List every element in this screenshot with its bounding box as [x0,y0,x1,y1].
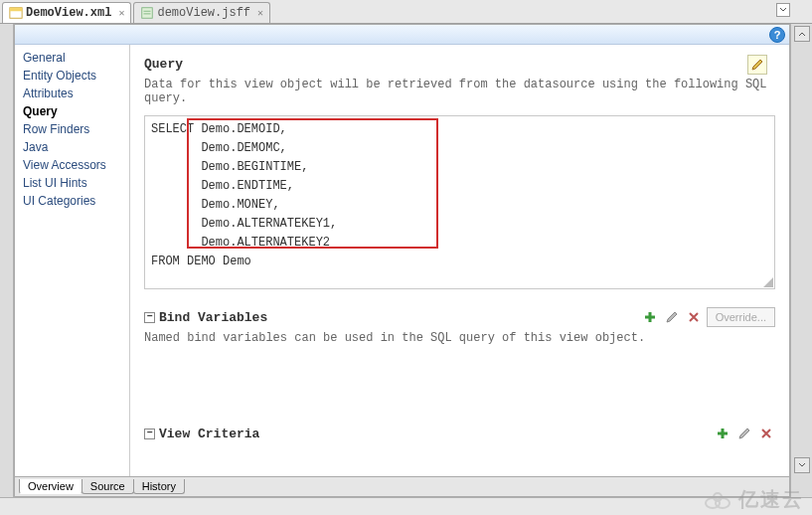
collapse-toggle[interactable]: − [144,429,155,439]
delete-x-icon [688,311,700,323]
svg-rect-1 [10,8,22,12]
close-icon[interactable]: ✕ [118,7,124,19]
bottom-tab-overview[interactable]: Overview [19,479,82,494]
sql-text: SELECT Demo.DEMOID, Demo.DEMOMC, Demo.BE… [151,122,337,268]
editor-bottom-tabs: Overview Source History [15,476,789,496]
scroll-up-button[interactable] [794,26,810,42]
sidebar-item-list-ui-hints[interactable]: List UI Hints [15,174,129,192]
close-icon[interactable]: ✕ [257,7,263,19]
delete-x-icon [760,428,772,439]
query-section-title: Query [144,57,775,72]
file-tab-demoview-xml[interactable]: DemoView.xml ✕ [2,2,131,23]
pencil-icon [737,427,751,440]
file-tab-demoview-jsff[interactable]: demoView.jsff ✕ [133,2,270,23]
query-panel: Query Data for this view object will be … [130,45,789,476]
svg-rect-2 [142,8,153,19]
delete-view-criteria-button[interactable] [757,425,775,442]
help-icon[interactable]: ? [769,27,785,43]
add-view-criteria-button[interactable] [714,425,731,442]
chevron-up-icon [798,30,806,38]
collapse-toggle[interactable]: − [144,312,155,323]
xml-file-icon [9,6,23,20]
section-label: Bind Variables [159,310,267,325]
sidebar-item-view-accessors[interactable]: View Accessors [15,156,129,174]
sidebar-item-java[interactable]: Java [15,138,129,156]
resize-handle[interactable] [763,277,773,287]
view-criteria-title: − View Criteria [144,427,259,441]
sidebar-item-ui-categories[interactable]: UI Categories [15,192,129,210]
right-scroll-gutter [790,24,812,497]
editor-tab-strip: DemoView.xml ✕ demoView.jsff ✕ [0,0,812,24]
pencil-icon [665,310,679,324]
tab-list-dropdown[interactable] [776,3,790,17]
query-section-description: Data for this view object will be retrie… [144,78,775,105]
left-gutter [0,24,14,497]
chevron-down-icon [798,461,806,469]
pencil-icon [750,58,764,72]
edit-bind-var-button[interactable] [663,308,681,326]
category-sidebar: General Entity Objects Attributes Query … [15,45,130,476]
override-button[interactable]: Override... [707,307,775,327]
plus-icon [716,427,730,440]
section-label: View Criteria [159,427,259,441]
status-bar [0,497,812,515]
tab-label: demoView.jsff [157,6,250,20]
bottom-tab-history[interactable]: History [133,479,185,494]
plus-icon [643,310,657,324]
bind-variables-title: − Bind Variables [144,310,267,325]
sidebar-item-row-finders[interactable]: Row Finders [15,120,129,138]
bind-variables-description: Named bind variables can be used in the … [144,331,775,345]
sidebar-item-general[interactable]: General [15,49,129,67]
chevron-down-icon [779,6,787,14]
sidebar-item-entity-objects[interactable]: Entity Objects [15,67,129,85]
scroll-down-button[interactable] [794,457,810,473]
tab-label: DemoView.xml [26,6,111,20]
edit-query-button[interactable] [747,55,767,75]
sidebar-item-query[interactable]: Query [15,102,129,120]
sql-query-textarea[interactable]: SELECT Demo.DEMOID, Demo.DEMOMC, Demo.BE… [144,115,775,289]
panel-header-bar: ? [15,25,789,45]
jsff-file-icon [140,6,154,20]
edit-view-criteria-button[interactable] [735,425,753,442]
bottom-tab-source[interactable]: Source [81,479,134,494]
sidebar-item-attributes[interactable]: Attributes [15,85,129,102]
add-bind-var-button[interactable] [641,308,659,326]
delete-bind-var-button[interactable] [685,308,703,326]
